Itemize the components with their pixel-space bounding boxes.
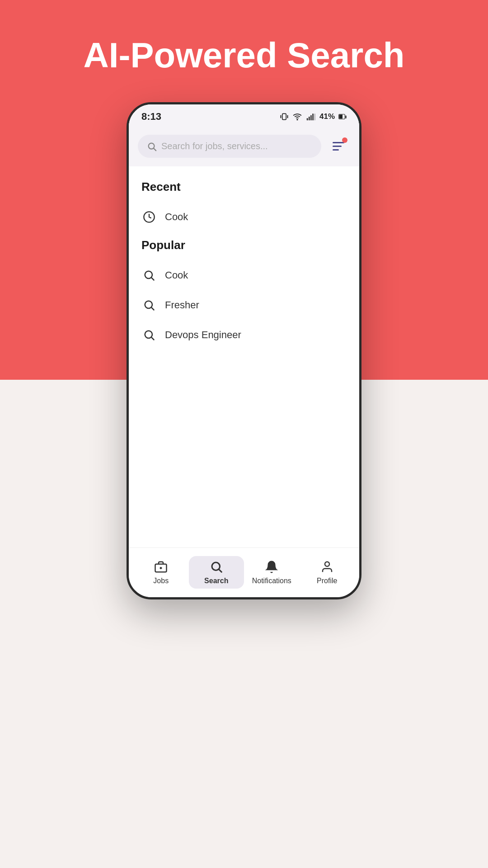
vibrate-icon: [280, 112, 289, 121]
svg-line-18: [151, 307, 154, 310]
hero-title: AI-Powered Search: [56, 36, 432, 75]
search-input[interactable]: Search for jobs, services...: [138, 135, 321, 158]
recent-section-title: Recent: [141, 180, 347, 194]
status-time: 8:13: [141, 111, 161, 123]
search-placeholder-text: Search for jobs, services...: [161, 141, 268, 151]
popular-item-cook[interactable]: Cook: [141, 260, 347, 290]
clock-icon: [141, 209, 157, 225]
status-bar: 8:13: [129, 104, 359, 129]
bottom-nav: Jobs Search Notificati: [129, 547, 359, 597]
svg-rect-0: [282, 114, 286, 120]
phone-mockup: 8:13: [127, 102, 361, 868]
nav-item-notifications[interactable]: Notifications: [244, 556, 300, 589]
popular-section-title: Popular: [141, 238, 347, 252]
battery-label: 41%: [319, 112, 335, 121]
content-area: Recent Cook Popular: [129, 166, 359, 547]
recent-item-cook[interactable]: Cook: [141, 202, 347, 232]
nav-profile-label: Profile: [317, 577, 337, 585]
recent-section: Recent Cook: [141, 180, 347, 232]
jobs-icon: [154, 560, 168, 574]
popular-item-fresher[interactable]: Fresher: [141, 290, 347, 320]
svg-line-16: [151, 277, 154, 280]
popular-item-cook-label: Cook: [165, 269, 188, 281]
wifi-icon: [292, 112, 302, 121]
popular-item-devops[interactable]: Devops Engineer: [141, 320, 347, 350]
svg-line-20: [151, 337, 154, 340]
search-bar-area: Search for jobs, services...: [129, 129, 359, 166]
battery-icon: [338, 113, 347, 120]
bell-icon: [264, 560, 279, 574]
svg-line-25: [219, 569, 221, 572]
signal-icon: [306, 112, 316, 121]
popular-section: Popular Cook: [141, 238, 347, 350]
filter-notification-dot: [342, 137, 347, 143]
profile-icon: [320, 560, 334, 574]
search-nav-icon: [209, 560, 224, 574]
search-icon-devops: [141, 327, 157, 343]
svg-rect-11: [339, 115, 343, 119]
nav-item-jobs[interactable]: Jobs: [133, 556, 189, 589]
svg-point-3: [297, 119, 298, 120]
search-icon-cook: [141, 268, 157, 283]
popular-item-fresher-label: Fresher: [165, 299, 199, 311]
status-icons: 41%: [280, 112, 347, 121]
svg-point-26: [325, 562, 329, 566]
nav-item-search[interactable]: Search: [189, 556, 244, 589]
phone-screen: 8:13: [127, 102, 361, 599]
svg-rect-7: [312, 114, 314, 121]
filter-icon: [333, 142, 344, 151]
svg-rect-8: [314, 114, 315, 121]
popular-item-devops-label: Devops Engineer: [165, 329, 241, 341]
svg-rect-6: [310, 115, 312, 121]
recent-item-cook-label: Cook: [165, 211, 188, 223]
nav-jobs-label: Jobs: [153, 577, 169, 585]
nav-search-label: Search: [204, 577, 228, 585]
search-icon-fresher: [141, 297, 157, 313]
svg-rect-5: [309, 117, 310, 120]
nav-item-profile[interactable]: Profile: [300, 556, 355, 589]
svg-line-13: [154, 148, 156, 151]
filter-button[interactable]: [327, 135, 350, 158]
svg-rect-4: [307, 118, 308, 121]
search-input-icon: [147, 142, 157, 151]
nav-notifications-label: Notifications: [252, 577, 291, 585]
